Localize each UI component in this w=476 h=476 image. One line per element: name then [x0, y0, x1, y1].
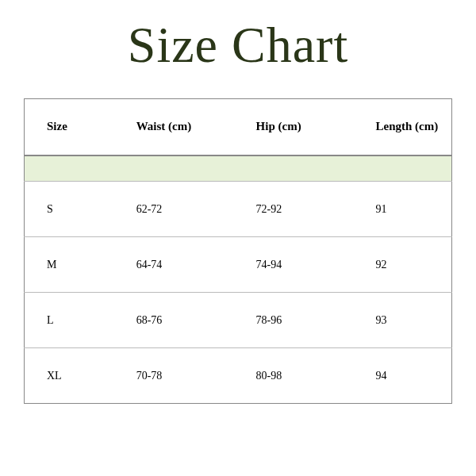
- cell-waist: 68-76: [114, 293, 234, 348]
- cell-size: M: [25, 237, 114, 293]
- cell-length: 94: [354, 348, 452, 404]
- cell-length: 93: [354, 293, 452, 348]
- cell-hip: 72-92: [234, 182, 354, 237]
- page-title: Size Chart: [128, 16, 348, 75]
- cell-length: 92: [354, 237, 452, 293]
- table-row: L 68-76 78-96 93: [25, 293, 452, 348]
- table-accent-row: [25, 156, 452, 182]
- size-chart-table: Size Waist (cm) Hip (cm) Length (cm) S 6…: [24, 98, 452, 404]
- cell-waist: 70-78: [114, 348, 234, 404]
- header-waist: Waist (cm): [114, 99, 234, 155]
- cell-waist: 64-74: [114, 237, 234, 293]
- cell-length: 91: [354, 182, 452, 237]
- cell-size: S: [25, 182, 114, 237]
- table-row: S 62-72 72-92 91: [25, 182, 452, 237]
- header-size: Size: [25, 99, 114, 155]
- header-hip: Hip (cm): [234, 99, 354, 155]
- header-length: Length (cm): [354, 99, 452, 155]
- cell-hip: 78-96: [234, 293, 354, 348]
- cell-size: L: [25, 293, 114, 348]
- table-row: XL 70-78 80-98 94: [25, 348, 452, 404]
- cell-waist: 62-72: [114, 182, 234, 237]
- table-header-row: Size Waist (cm) Hip (cm) Length (cm): [25, 99, 452, 155]
- cell-hip: 74-94: [234, 237, 354, 293]
- table-row: M 64-74 74-94 92: [25, 237, 452, 293]
- cell-hip: 80-98: [234, 348, 354, 404]
- cell-size: XL: [25, 348, 114, 404]
